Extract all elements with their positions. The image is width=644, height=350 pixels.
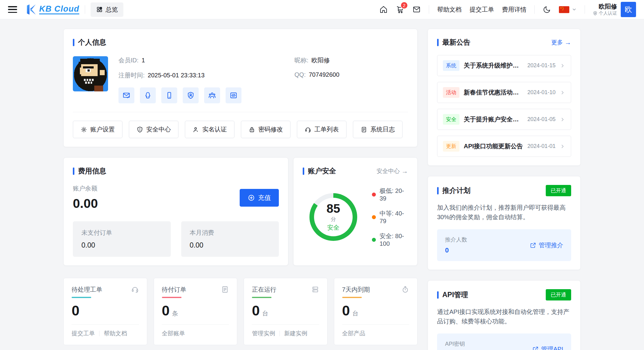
language-selector[interactable] xyxy=(559,6,577,13)
user-menu[interactable]: 欧阳修 个人认证 欧 xyxy=(593,2,636,17)
stat-card-running: 正在运行 0台 管理实例 新建实例 xyxy=(244,278,328,345)
announcement-title: 关于系统升级维护的通知 xyxy=(464,61,523,70)
nav-billing-detail[interactable]: 费用详情 xyxy=(502,6,526,14)
divider xyxy=(279,331,280,336)
legend-item: 极低: 20-39 xyxy=(372,187,407,202)
chevron-down-icon xyxy=(572,7,577,12)
unpaid-orders-box: 未支付订单 0.00 xyxy=(73,221,171,257)
code-square-icon[interactable] xyxy=(226,87,242,103)
moon-icon[interactable] xyxy=(543,6,551,14)
header-nav-links: 帮助文档 提交工单 费用详情 xyxy=(437,6,526,14)
stat-card-expiring: 7天内到期 0台 全部产品 xyxy=(334,278,418,345)
avatar[interactable]: 欧 xyxy=(621,2,636,17)
announcement-item[interactable]: 活动 新春佳节优惠活动开启 2024-01-10 xyxy=(437,82,571,103)
users-group-icon[interactable] xyxy=(204,87,220,103)
cart-icon[interactable]: 2 xyxy=(396,5,404,14)
arrow-right-icon: → xyxy=(565,39,571,46)
all-bills-link[interactable]: 全部账单 xyxy=(162,330,185,337)
shield-user-icon[interactable] xyxy=(183,87,199,103)
home-icon[interactable] xyxy=(379,5,388,14)
announcement-tag: 更新 xyxy=(443,141,459,152)
menu-icon[interactable] xyxy=(8,6,17,13)
recharge-button[interactable]: 充值 xyxy=(240,189,279,207)
announcement-date: 2024-01-05 xyxy=(527,116,556,123)
announcements-more-link[interactable]: 更多→ xyxy=(551,39,571,46)
legend-item: 安全: 80-100 xyxy=(372,232,407,247)
server-icon xyxy=(311,286,319,293)
mobile-icon[interactable] xyxy=(161,87,177,103)
announcement-title: API接口功能更新公告 xyxy=(464,142,523,150)
avatar-pixel-art[interactable] xyxy=(73,56,108,91)
referral-title: 推介计划 xyxy=(442,186,470,195)
nickname-label: 昵称: xyxy=(294,56,309,64)
billing-title: 费用信息 xyxy=(78,166,106,176)
tab-overview[interactable]: 总览 xyxy=(91,2,123,17)
external-link-icon xyxy=(532,346,539,350)
security-center-link[interactable]: 安全中心→ xyxy=(376,167,408,175)
brand-logo[interactable]: KB Cloud xyxy=(25,4,79,15)
submit-ticket-link[interactable]: 提交工单 xyxy=(72,330,95,337)
arrow-right-icon: → xyxy=(402,168,408,174)
stat-value: 0 xyxy=(342,303,350,319)
help-docs-link[interactable]: 帮助文档 xyxy=(104,330,127,337)
section-accent-bar xyxy=(437,39,439,46)
balance-label: 账户余额 xyxy=(73,184,98,193)
month-spend-value: 0.00 xyxy=(190,241,271,249)
divider xyxy=(534,5,535,14)
button-label: 密码修改 xyxy=(258,125,283,134)
register-time-label: 注册时间: xyxy=(118,71,145,79)
stat-unit: 台 xyxy=(352,310,358,317)
legend-dot-green xyxy=(372,238,376,242)
change-password-button[interactable]: 密码修改 xyxy=(241,121,290,138)
referral-card: 推介计划 已开通 加入我们的推介计划，推荐新用户即可获得最高30%的佣金奖励，佣… xyxy=(428,176,581,270)
divider xyxy=(73,112,408,112)
announcement-item[interactable]: 更新 API接口功能更新公告 2024-01-01 xyxy=(437,136,571,157)
announcement-title: 关于提升账户安全性的重要通知 xyxy=(464,115,523,123)
stat-accent-underline xyxy=(72,297,91,298)
profile-card: 个人信息 xyxy=(63,29,417,147)
mail-icon[interactable] xyxy=(412,5,421,14)
nickname-value: 欧阳修 xyxy=(312,56,330,64)
new-instance-link[interactable]: 新建实例 xyxy=(284,330,307,337)
realname-verify-button[interactable]: 实名认证 xyxy=(185,121,234,138)
announcement-date: 2024-01-01 xyxy=(527,143,556,149)
manage-api-link[interactable]: 管理API xyxy=(532,345,563,350)
month-spend-label: 本月消费 xyxy=(190,229,271,237)
announcement-item[interactable]: 安全 关于提升账户安全性的重要通知 2024-01-05 xyxy=(437,109,571,130)
qq-icon[interactable] xyxy=(140,87,156,103)
announcement-title: 新春佳节优惠活动开启 xyxy=(464,88,523,97)
stat-accent-underline xyxy=(342,297,362,298)
legend-item: 中等: 40-79 xyxy=(372,209,407,225)
stat-unit: 条 xyxy=(172,310,178,317)
manage-instances-link[interactable]: 管理实例 xyxy=(252,330,275,337)
email-verified-icon[interactable] xyxy=(118,87,134,103)
section-accent-bar xyxy=(73,39,74,46)
stat-accent-underline xyxy=(252,297,271,298)
divider xyxy=(429,5,429,14)
stat-accent-underline xyxy=(162,297,182,298)
plus-circle-icon xyxy=(248,194,255,201)
all-products-link[interactable]: 全部产品 xyxy=(342,330,365,337)
balance-value: 0.00 xyxy=(73,196,98,211)
system-log-button[interactable]: 系统日志 xyxy=(353,121,402,138)
chevron-right-icon xyxy=(560,144,565,149)
announcement-item[interactable]: 系统 关于系统升级维护的通知 2024-01-15 xyxy=(437,55,571,76)
ticket-list-button[interactable]: 工单列表 xyxy=(297,121,346,138)
security-center-button[interactable]: 安全中心 xyxy=(129,121,178,138)
stat-title: 待处理工单 xyxy=(72,286,102,294)
shield-icon xyxy=(137,126,143,133)
manage-referral-link[interactable]: 管理推介 xyxy=(530,241,563,249)
log-icon xyxy=(361,126,367,133)
security-score: 85 xyxy=(327,202,340,215)
announcements-card: 最新公告 更多→ 系统 关于系统升级维护的通知 2024-01-15 活动 xyxy=(428,29,581,166)
tab-overview-label: 总览 xyxy=(106,6,118,14)
qq-value: 707492600 xyxy=(309,71,339,78)
divider xyxy=(162,324,229,325)
announcement-date: 2024-01-10 xyxy=(527,89,556,96)
referral-count-value: 0 xyxy=(445,246,467,254)
nav-submit-ticket[interactable]: 提交工单 xyxy=(470,6,494,14)
button-label: 实名认证 xyxy=(202,125,227,134)
account-settings-button[interactable]: 账户设置 xyxy=(73,121,122,138)
security-legend: 极低: 20-39 中等: 40-79 安全: 80-100 xyxy=(372,187,407,247)
nav-help-docs[interactable]: 帮助文档 xyxy=(437,6,462,14)
